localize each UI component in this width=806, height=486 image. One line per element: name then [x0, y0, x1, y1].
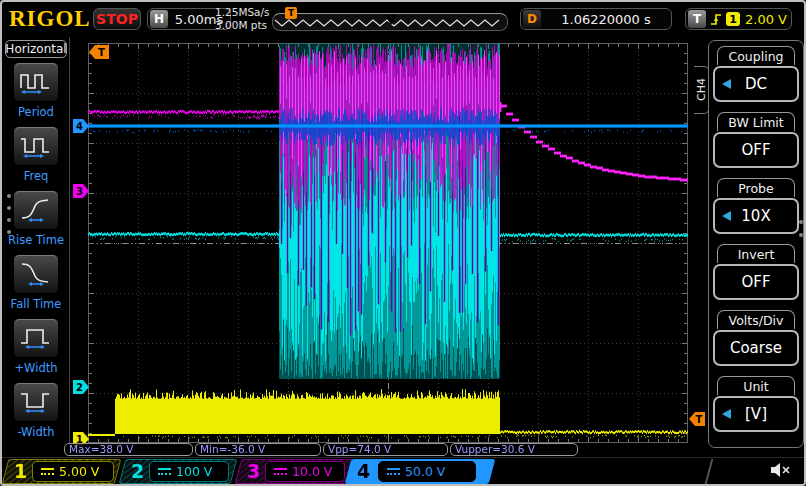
left-arrow-icon: [722, 409, 731, 419]
plus-width-button[interactable]: [13, 318, 59, 358]
channel2-scale: 100 V: [176, 464, 212, 479]
right-menu-tab-ch4: CH4: [694, 66, 709, 114]
freq-label: Freq: [2, 169, 70, 183]
menu-item-probe[interactable]: Probe 10X: [708, 178, 804, 240]
fall-time-icon: [19, 261, 53, 287]
oscilloscope-screen: RIGOL STOP H 5.00ms 1.25MSa/s 3.00M pts …: [0, 0, 806, 486]
trigger-level-value: 2.00 V: [745, 12, 787, 27]
rising-edge-icon: [709, 12, 723, 27]
waveform-display[interactable]: [88, 43, 688, 443]
measurement-max: Max=38.0 V: [64, 443, 193, 456]
dc-coupling-icon: [387, 468, 400, 475]
rigol-logo: RIGOL: [9, 6, 91, 32]
unit-value[interactable]: [V]: [713, 396, 799, 432]
ch3-offset-tag[interactable]: 3: [73, 184, 89, 198]
channel1-chip[interactable]: 1 5.00 V: [5, 459, 118, 484]
unit-value-text: [V]: [745, 405, 767, 423]
rise-time-icon: [19, 197, 53, 223]
invert-label: Invert: [717, 244, 795, 263]
freq-icon: [19, 133, 53, 159]
menu-item-unit[interactable]: Unit [V]: [708, 376, 804, 438]
probe-value[interactable]: 10X: [713, 198, 799, 234]
left-menu-page-dot: [7, 218, 11, 222]
menu-item-volts-div[interactable]: Volts/Div Coarse: [708, 310, 804, 372]
run-state-indicator[interactable]: STOP: [93, 8, 141, 30]
volts-div-label: Volts/Div: [717, 310, 795, 329]
left-menu-page-dot: [7, 194, 11, 198]
right-menu-page-dot: [799, 220, 803, 224]
channel1-scale: 5.00 V: [59, 464, 99, 479]
dc-coupling-icon: [41, 468, 54, 475]
channel3-number: 3: [247, 459, 260, 484]
invert-value[interactable]: OFF: [713, 264, 799, 300]
channel2-number: 2: [131, 459, 144, 484]
freq-button[interactable]: [13, 126, 59, 166]
sample-rate: 1.25MSa/s: [215, 6, 270, 19]
invert-value-text: OFF: [741, 273, 770, 291]
period-label: Period: [2, 105, 70, 119]
dc-coupling-icon: [274, 468, 287, 475]
left-arrow-icon: [722, 211, 731, 221]
h-key-icon: H: [150, 10, 168, 28]
right-menu-page-dot: [799, 233, 803, 237]
probe-label: Probe: [717, 178, 795, 197]
unit-label: Unit: [717, 376, 795, 395]
volts-div-value-text: Coarse: [730, 339, 782, 357]
measurement-vpp: Vpp=74.0 V: [323, 443, 448, 456]
trigger-level-marker[interactable]: T: [689, 412, 705, 426]
delay-value: 1.06220000 s: [541, 12, 671, 27]
channel2-chip[interactable]: 2 100 V: [122, 459, 234, 484]
trigger-source-badge: 1: [726, 12, 740, 26]
minus-width-icon: [19, 389, 53, 415]
acquisition-info: 1.25MSa/s 3.00M pts: [215, 6, 270, 32]
memory-position-bar[interactable]: [272, 13, 508, 31]
measurement-min: Min=-36.0 V: [195, 443, 321, 456]
measurement-vupper: Vupper=30.6 V: [450, 443, 578, 456]
minus-width-label: -Width: [2, 425, 70, 439]
trigger-panel[interactable]: T 1 2.00 V: [685, 8, 792, 30]
coupling-value-text: DC: [745, 75, 767, 93]
menu-item-bw-limit[interactable]: BW Limit OFF: [708, 112, 804, 174]
channel4-scale: 50.0 V: [405, 464, 445, 479]
fall-time-label: Fall Time: [2, 297, 70, 311]
period-icon: [19, 69, 53, 95]
menu-item-coupling[interactable]: Coupling DC: [708, 46, 804, 108]
bw-limit-value-text: OFF: [741, 141, 770, 159]
left-menu-title: Horizontal: [5, 40, 67, 58]
fall-time-button[interactable]: [13, 254, 59, 294]
memory-depth: 3.00M pts: [215, 19, 270, 32]
channel1-number: 1: [14, 459, 27, 484]
ch2-offset-tag[interactable]: 2: [73, 380, 89, 394]
left-menu-page-dot: [7, 230, 11, 234]
plus-width-icon: [19, 325, 53, 351]
plus-width-label: +Width: [2, 361, 70, 375]
d-key-icon: D: [523, 10, 541, 28]
channel4-number: 4: [357, 459, 370, 484]
volts-div-value[interactable]: Coarse: [713, 330, 799, 366]
channel3-chip[interactable]: 3 10.0 V: [238, 459, 350, 484]
menu-item-invert[interactable]: Invert OFF: [708, 244, 804, 306]
bw-limit-label: BW Limit: [717, 112, 795, 131]
delay-panel[interactable]: D 1.06220000 s: [520, 8, 672, 30]
t-key-icon: T: [688, 10, 706, 28]
coupling-label: Coupling: [717, 46, 795, 65]
minus-width-button[interactable]: [13, 382, 59, 422]
memory-waveform-icon: [275, 20, 499, 26]
period-button[interactable]: [13, 62, 59, 102]
rise-time-label: Rise Time: [2, 233, 70, 247]
channel4-chip-selected[interactable]: 4 50.0 V: [348, 459, 492, 484]
channel3-scale: 10.0 V: [292, 464, 332, 479]
memory-trigger-marker: T: [285, 7, 297, 19]
coupling-value[interactable]: DC: [713, 66, 799, 102]
probe-value-text: 10X: [741, 207, 770, 225]
ch4-offset-tag[interactable]: 4: [73, 119, 89, 133]
bw-limit-value[interactable]: OFF: [713, 132, 799, 168]
speaker-muted-icon: [770, 461, 794, 479]
rise-time-button[interactable]: [13, 190, 59, 230]
dc-coupling-icon: [158, 468, 171, 475]
left-menu-page-dot: [7, 206, 11, 210]
left-arrow-icon: [722, 79, 731, 89]
